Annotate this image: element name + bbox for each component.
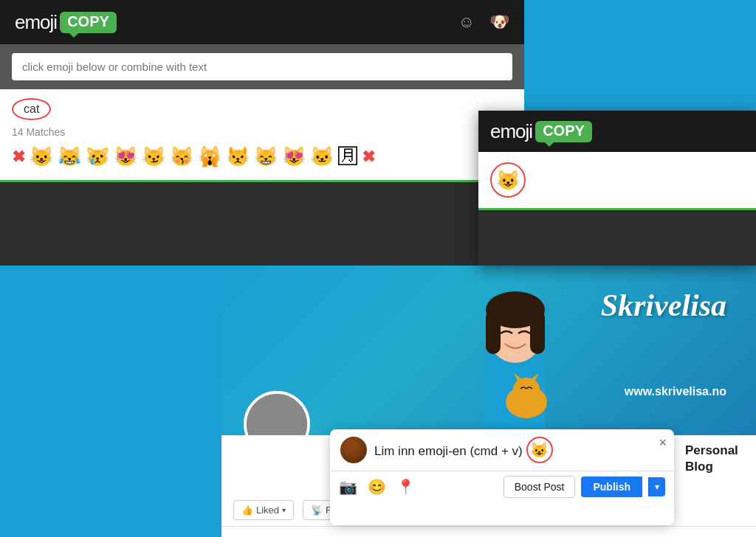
emoji-cat-hearteyes[interactable]: 😻 xyxy=(114,145,137,168)
small-search-area: 😺 xyxy=(478,152,756,210)
fb-cover-photo: Skrivelisa www.skrivelisa.no xyxy=(221,266,756,435)
small-logo-emoji-text: emoji xyxy=(490,120,532,143)
clear-icon[interactable]: ✖ xyxy=(12,148,25,167)
emoji-copy-main-window: emoji COPY ☺ 🐶 cat 14 Matches ✖ 😺 😹 😿 😻 … xyxy=(0,0,524,266)
cat-search-area: cat 14 Matches ✖ 😺 😹 😿 😻 😼 😽 🙀 😾 😸 😻 🐱 🈷… xyxy=(0,89,524,182)
publish-button[interactable]: Publish xyxy=(581,477,642,497)
liked-button[interactable]: 👍 Liked ▾ xyxy=(233,500,294,520)
location-icon[interactable]: 📍 xyxy=(396,478,415,496)
main-search-area xyxy=(0,44,524,89)
svg-rect-3 xyxy=(486,310,501,354)
svg-rect-4 xyxy=(530,310,545,354)
emoji-cat-smirk[interactable]: 😼 xyxy=(142,145,165,168)
small-cat-emoji-circle[interactable]: 😺 xyxy=(490,162,526,198)
post-footer-icon-group: 📷 😊 📍 xyxy=(339,478,415,496)
title-icon-group: ☺ 🐶 xyxy=(458,13,509,32)
emoji-cat-crying[interactable]: 😿 xyxy=(86,145,109,168)
matches-count: 14 Matches xyxy=(12,120,512,142)
emoji-cat-grinning[interactable]: 😺 xyxy=(30,145,53,168)
emoji-kanji[interactable]: 🈷 xyxy=(338,145,357,168)
fb-page-title-cover: Skrivelisa xyxy=(601,288,726,323)
blue-background-bottom-left xyxy=(0,266,221,537)
smiley-face-icon[interactable]: ☺ xyxy=(458,13,475,32)
post-text-label: Lim inn emoji-en (cmd + v) xyxy=(374,444,523,458)
post-close-button[interactable]: × xyxy=(659,435,667,451)
emoji-cat-smile[interactable]: 😸 xyxy=(254,145,278,168)
main-search-input[interactable] xyxy=(12,53,512,80)
fb-cover-url: www.skrivelisa.no xyxy=(625,385,726,398)
emoji-picker-icon[interactable]: 😊 xyxy=(368,478,386,496)
post-author-avatar xyxy=(340,437,367,463)
thumbs-up-icon: 👍 xyxy=(241,505,253,516)
small-title-bar: emoji COPY xyxy=(478,111,756,152)
bitmoji-figure xyxy=(449,273,582,435)
small-search-input[interactable] xyxy=(535,174,744,187)
personal-blog-label: Personal Blog xyxy=(685,443,756,475)
emoji-cat-kissing[interactable]: 😽 xyxy=(170,145,193,168)
post-text-content: Lim inn emoji-en (cmd + v) 😺 xyxy=(374,437,664,463)
emoji-cat-scream[interactable]: 🙀 xyxy=(198,145,221,168)
emoji-results-row: ✖ 😺 😹 😿 😻 😼 😽 🙀 😾 😸 😻 🐱 🈷 ✖ xyxy=(12,142,512,174)
main-title-bar: emoji COPY ☺ 🐶 xyxy=(0,0,524,44)
small-logo: emoji COPY xyxy=(490,120,592,143)
close-right-icon[interactable]: ✖ xyxy=(362,148,375,167)
logo-copy-badge: COPY xyxy=(60,12,117,33)
emoji-cat-pouting[interactable]: 😾 xyxy=(226,145,250,168)
logo-emoji-text: emoji xyxy=(15,11,57,34)
post-dialog-footer: 📷 😊 📍 Boost Post Publish ▾ xyxy=(330,471,674,502)
emoji-cat-face[interactable]: 😻 xyxy=(282,145,306,168)
emoji-cat-joy[interactable]: 😹 xyxy=(58,145,81,168)
cat-query-input[interactable]: cat xyxy=(12,98,51,120)
instagram-icon[interactable]: 📷 xyxy=(339,478,357,496)
post-action-buttons: Boost Post Publish ▾ xyxy=(504,476,665,498)
dog-icon[interactable]: 🐶 xyxy=(489,13,509,32)
logo: emoji COPY xyxy=(15,11,117,34)
small-logo-copy-badge: COPY xyxy=(535,121,592,142)
liked-dropdown-arrow: ▾ xyxy=(282,506,286,514)
post-avatar-image xyxy=(340,437,367,463)
boost-post-button[interactable]: Boost Post xyxy=(504,476,576,498)
emoji-cat-paw[interactable]: 🐱 xyxy=(310,145,334,168)
post-emoji-circle: 😺 xyxy=(526,437,553,463)
post-dialog-header: Lim inn emoji-en (cmd + v) 😺 × xyxy=(330,429,674,471)
emoji-copy-small-window: emoji COPY 😺 xyxy=(478,111,756,266)
publish-dropdown-button[interactable]: ▾ xyxy=(648,477,665,496)
following-icon: 📡 xyxy=(311,505,323,516)
post-compose-dialog: Lim inn emoji-en (cmd + v) 😺 × 📷 😊 📍 Boo… xyxy=(330,429,674,525)
fb-page-avatar xyxy=(244,391,310,435)
liked-label: Liked xyxy=(256,505,279,516)
